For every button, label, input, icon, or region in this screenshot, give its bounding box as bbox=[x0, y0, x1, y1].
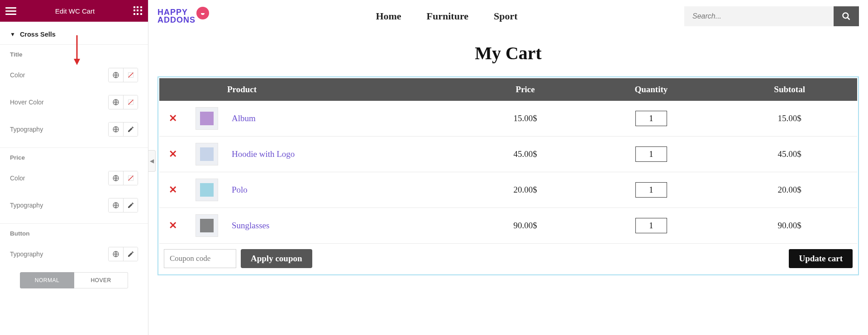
globe-icon[interactable] bbox=[109, 68, 123, 82]
cell-price: 90.00$ bbox=[470, 208, 580, 244]
remove-item-icon[interactable]: ✕ bbox=[169, 220, 177, 231]
table-row: ✕ Sunglasses 90.00$ 90.00$ bbox=[159, 208, 857, 244]
section-toggle-cross-sells[interactable]: ▼ Cross Sells bbox=[0, 22, 148, 45]
cart-actions: Apply coupon Update cart bbox=[159, 243, 857, 274]
globe-icon[interactable] bbox=[109, 198, 123, 212]
page-title: My Cart bbox=[157, 42, 859, 64]
product-link[interactable]: Sunglasses bbox=[232, 221, 269, 230]
apply-coupon-button[interactable]: Apply coupon bbox=[241, 249, 312, 268]
group-heading: Price bbox=[10, 154, 138, 161]
search-button[interactable] bbox=[834, 6, 859, 26]
caret-down-icon: ▼ bbox=[10, 31, 15, 38]
control-button-typography: Typography bbox=[10, 242, 138, 269]
control-buttons bbox=[108, 68, 138, 82]
sidebar-header: Edit WC Cart bbox=[0, 0, 148, 22]
cell-price: 45.00$ bbox=[470, 137, 580, 172]
group-button: Button Typography NORMAL HOVER bbox=[0, 224, 148, 291]
search-input[interactable] bbox=[684, 6, 834, 26]
control-buttons bbox=[108, 198, 138, 212]
control-label: Color bbox=[10, 175, 25, 182]
control-buttons bbox=[108, 95, 138, 109]
globe-icon[interactable] bbox=[109, 247, 123, 261]
cell-subtotal: 15.00$ bbox=[722, 101, 857, 137]
logo-face-icon bbox=[196, 7, 209, 19]
update-cart-button[interactable]: Update cart bbox=[789, 249, 853, 268]
svg-rect-18 bbox=[200, 183, 214, 197]
table-row: ✕ Hoodie with Logo 45.00$ 45.00$ bbox=[159, 137, 857, 172]
cell-subtotal: 90.00$ bbox=[722, 208, 857, 244]
product-thumbnail[interactable] bbox=[196, 107, 218, 130]
hamburger-icon[interactable] bbox=[5, 5, 16, 16]
header-price: Price bbox=[470, 78, 580, 101]
control-label: Typography bbox=[10, 126, 43, 133]
nav-furniture[interactable]: Furniture bbox=[427, 10, 468, 22]
remove-item-icon[interactable]: ✕ bbox=[169, 148, 177, 160]
pencil-icon[interactable] bbox=[123, 123, 138, 136]
globe-icon[interactable] bbox=[109, 123, 123, 136]
tab-normal[interactable]: NORMAL bbox=[20, 272, 74, 288]
editor-sidebar: Edit WC Cart ▼ Cross Sells Title Color H… bbox=[0, 0, 148, 335]
svg-rect-19 bbox=[200, 219, 214, 232]
table-row: ✕ Album 15.00$ 15.00$ bbox=[159, 101, 857, 137]
cell-subtotal: 20.00$ bbox=[722, 172, 857, 208]
product-link[interactable]: Polo bbox=[232, 185, 248, 194]
control-label: Hover Color bbox=[10, 99, 44, 106]
control-title-typography: Typography bbox=[10, 118, 138, 145]
search-icon bbox=[842, 12, 851, 21]
logo[interactable]: HAPPY ADDONS bbox=[157, 9, 209, 24]
apps-grid-icon[interactable] bbox=[134, 6, 143, 15]
remove-item-icon[interactable]: ✕ bbox=[169, 113, 177, 124]
cell-subtotal: 45.00$ bbox=[722, 137, 857, 172]
color-swatch-icon[interactable] bbox=[123, 68, 138, 82]
main-nav: Home Furniture Sport bbox=[376, 10, 517, 22]
topbar: HAPPY ADDONS Home Furniture Sport bbox=[157, 0, 859, 33]
control-buttons bbox=[108, 171, 138, 185]
group-heading: Button bbox=[10, 230, 138, 237]
nav-sport[interactable]: Sport bbox=[494, 10, 518, 22]
group-price: Price Color Typography bbox=[0, 148, 148, 224]
svg-line-15 bbox=[847, 18, 849, 20]
color-swatch-icon[interactable] bbox=[123, 95, 138, 109]
group-heading: Title bbox=[10, 51, 138, 58]
quantity-input[interactable] bbox=[635, 182, 667, 198]
product-thumbnail[interactable] bbox=[196, 214, 218, 237]
svg-point-14 bbox=[843, 13, 848, 19]
group-title: Title Color Hover Color Typography bbox=[0, 45, 148, 148]
cell-price: 15.00$ bbox=[470, 101, 580, 137]
color-swatch-icon[interactable] bbox=[123, 171, 138, 185]
header-quantity: Quantity bbox=[580, 78, 722, 101]
state-tabs: NORMAL HOVER bbox=[10, 272, 138, 288]
table-row: ✕ Polo 20.00$ 20.00$ bbox=[159, 172, 857, 208]
control-label: Typography bbox=[10, 202, 43, 209]
table-header-row: Product Price Quantity Subtotal bbox=[159, 78, 857, 101]
pencil-icon[interactable] bbox=[123, 198, 138, 212]
pencil-icon[interactable] bbox=[123, 247, 138, 261]
product-thumbnail[interactable] bbox=[196, 143, 218, 165]
quantity-input[interactable] bbox=[635, 146, 667, 162]
coupon-input[interactable] bbox=[164, 249, 236, 268]
control-label: Typography bbox=[10, 250, 43, 258]
remove-item-icon[interactable]: ✕ bbox=[169, 184, 177, 195]
quantity-input[interactable] bbox=[635, 111, 667, 126]
logo-line2: ADDONS bbox=[157, 16, 196, 24]
quantity-input[interactable] bbox=[635, 218, 667, 233]
tab-hover[interactable]: HOVER bbox=[74, 272, 128, 288]
sidebar-title: Edit WC Cart bbox=[55, 7, 95, 15]
search-bar bbox=[684, 6, 859, 26]
globe-icon[interactable] bbox=[109, 171, 123, 185]
section-label: Cross Sells bbox=[20, 31, 56, 38]
control-price-typography: Typography bbox=[10, 193, 138, 221]
cell-price: 20.00$ bbox=[470, 172, 580, 208]
header-subtotal: Subtotal bbox=[722, 78, 857, 101]
svg-rect-16 bbox=[200, 112, 214, 125]
nav-home[interactable]: Home bbox=[376, 10, 401, 22]
product-thumbnail[interactable] bbox=[196, 179, 218, 201]
product-link[interactable]: Album bbox=[232, 113, 256, 123]
header-product: Product bbox=[227, 78, 470, 101]
cart-container: Product Price Quantity Subtotal ✕ Album … bbox=[157, 76, 859, 275]
product-link[interactable]: Hoodie with Logo bbox=[232, 149, 295, 159]
globe-icon[interactable] bbox=[109, 95, 123, 109]
cart-table: Product Price Quantity Subtotal ✕ Album … bbox=[159, 78, 857, 243]
control-buttons bbox=[108, 247, 138, 261]
control-label: Color bbox=[10, 71, 25, 79]
